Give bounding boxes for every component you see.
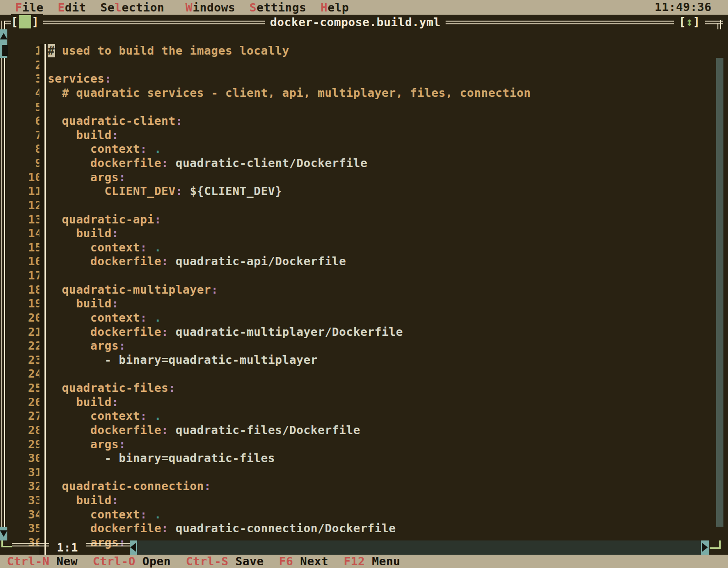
code-segment-value: quadratic-files/Dockerfile (169, 423, 361, 437)
scroll-down-button[interactable] (0, 527, 7, 540)
code-segment-key: quadratic-multiplayer (48, 283, 211, 296)
keybar-open-button[interactable]: Ctrl-OOpen (93, 555, 171, 568)
code-line-4[interactable]: # quadratic services - client, api, mult… (48, 86, 712, 100)
code-line-9[interactable]: dockerfile: quadratic-client/Dockerfile (48, 156, 712, 171)
code-segment-teal: . (147, 241, 161, 254)
code-segment-punct: : (140, 508, 148, 521)
keybar-shortcut: Ctrl-S (186, 555, 229, 568)
code-line-17[interactable] (48, 269, 712, 283)
menu-item-file[interactable]: File (15, 1, 44, 14)
code-line-6[interactable]: quadratic-client: (48, 114, 712, 128)
code-line-28[interactable]: dockerfile: quadratic-files/Dockerfile (48, 423, 712, 438)
keybar-next-button[interactable]: F6Next (279, 555, 329, 568)
code-segment-key: context (48, 142, 140, 156)
code-line-10[interactable]: args: (48, 171, 712, 185)
line-number: 2 (6, 58, 42, 72)
code-segment-comment: used to build the images locally (55, 44, 290, 57)
code-line-31[interactable] (48, 466, 712, 480)
code-line-23[interactable]: - binary=quadratic-multiplayer (48, 353, 712, 368)
code-line-8[interactable]: context: . (48, 142, 712, 156)
code-segment-key: context (48, 311, 140, 324)
menu-hotkey-letter: W (186, 1, 193, 14)
code-segment-value: quadratic-client/Dockerfile (169, 156, 368, 170)
vertical-scroll-track[interactable] (716, 58, 723, 527)
corner-right-icon (710, 547, 721, 549)
menu-item-help[interactable]: Help (320, 1, 349, 14)
keybar-save-button[interactable]: Ctrl-SSave (186, 555, 264, 568)
menu-bar: FileEditSelectionWindowsSettingsHelp 11:… (0, 0, 728, 15)
menu-item-settings[interactable]: Settings (249, 1, 306, 14)
scroll-up-button[interactable] (0, 29, 7, 43)
code-line-15[interactable]: context: . (48, 241, 712, 255)
line-number: 29 (6, 438, 42, 452)
menu-hotkey-letter: H (320, 1, 328, 14)
code-segment-teal: . (147, 508, 161, 521)
code-line-1[interactable]: # used to build the images locally (48, 44, 712, 58)
code-segment-value: ${CLIENT_DEV} (183, 184, 282, 198)
clock: 11:49:36 (655, 0, 711, 14)
code-line-30[interactable]: - binary=quadratic-files (48, 451, 712, 466)
code-line-32[interactable]: quadratic-connection: (48, 479, 712, 494)
keybar-shortcut: F6 (279, 555, 293, 568)
code-segment-punct: : (140, 311, 148, 324)
frame-bottom-line (86, 546, 130, 546)
line-number: 32 (6, 479, 42, 494)
bracket-open: [ (11, 15, 18, 28)
code-line-34[interactable]: context: . (48, 508, 712, 522)
code-line-2[interactable] (48, 58, 712, 72)
keybar-menu-button[interactable]: F12Menu (344, 555, 401, 568)
line-number: 27 (6, 409, 42, 423)
line-number: 3 (6, 72, 42, 86)
code-segment-key: quadratic-client (48, 114, 176, 128)
code-segment-key: build (48, 227, 112, 240)
code-line-5[interactable] (48, 100, 712, 115)
code-line-13[interactable]: quadratic-api: (48, 213, 712, 227)
menu-items: FileEditSelectionWindowsSettingsHelp (15, 1, 349, 14)
code-line-24[interactable] (48, 367, 712, 381)
line-number: 15 (6, 241, 42, 255)
code-line-35[interactable]: dockerfile: quadratic-connection/Dockerf… (48, 522, 712, 536)
code-line-3[interactable]: services: (48, 72, 712, 86)
window-title-bar: [] docker-compose.build.yml [↕] (0, 15, 728, 29)
line-number: 21 (6, 325, 42, 340)
frame-left-line (1, 21, 2, 540)
code-line-26[interactable]: build: (48, 395, 712, 410)
menu-hotkey-letter: l (115, 1, 122, 14)
scroll-left-button[interactable] (130, 540, 137, 555)
code-line-22[interactable]: args: (48, 339, 712, 353)
code-segment-key: build (48, 128, 112, 142)
horizontal-scroll-track[interactable] (137, 540, 701, 555)
menu-item-selection[interactable]: Selection (100, 1, 165, 14)
code-segment-punct: : (211, 283, 219, 296)
code-line-27[interactable]: context: . (48, 409, 712, 423)
keybar-action-label: New (56, 555, 78, 568)
status-row: 1:1 (0, 540, 728, 555)
menu-item-edit[interactable]: Edit (58, 1, 86, 14)
code-line-20[interactable]: context: . (48, 311, 712, 325)
code-line-25[interactable]: quadratic-files: (48, 381, 712, 395)
code-line-29[interactable]: args: (48, 438, 712, 452)
code-line-14[interactable]: build: (48, 227, 712, 241)
code-line-16[interactable]: dockerfile: quadratic-api/Dockerfile (48, 255, 712, 269)
resize-arrow-icon: ↕ (686, 15, 693, 28)
keybar-action-label: Menu (372, 555, 400, 568)
code-segment-punct: : (112, 227, 119, 240)
code-segment-punct: : (140, 409, 148, 423)
code-line-21[interactable]: dockerfile: quadratic-multiplayer/Docker… (48, 325, 712, 340)
window-collapse-button[interactable]: [] (11, 14, 43, 29)
code-line-19[interactable]: build: (48, 297, 712, 311)
code-segment-key: args (48, 438, 119, 451)
line-number: 25 (6, 381, 42, 395)
window-maximize-button[interactable]: [↕] (674, 15, 705, 29)
scroll-right-button[interactable] (701, 540, 709, 555)
code-line-11[interactable]: CLIENT_DEV: ${CLIENT_DEV} (48, 184, 712, 199)
vertical-scroll-thumb[interactable] (0, 43, 7, 58)
code-line-7[interactable]: build: (48, 128, 712, 143)
code-line-33[interactable]: build: (48, 494, 712, 508)
code-area[interactable]: # used to build the images locallyservic… (48, 44, 712, 550)
menu-item-windows[interactable]: Windows (186, 1, 236, 14)
cursor-position: 1:1 (49, 540, 86, 555)
code-line-12[interactable] (48, 199, 712, 213)
keybar-new-button[interactable]: Ctrl-NNew (7, 555, 78, 568)
code-line-18[interactable]: quadratic-multiplayer: (48, 283, 712, 297)
